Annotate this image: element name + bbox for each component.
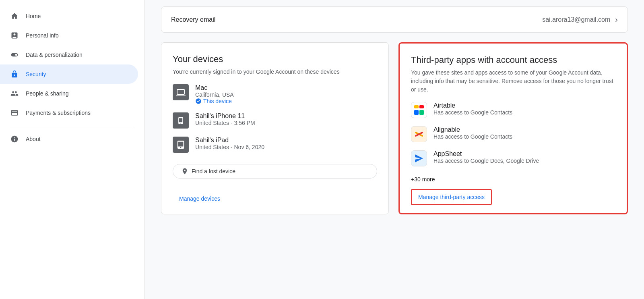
devices-card: Your devices You're currently signed in … <box>161 42 389 214</box>
third-party-card: Third-party apps with account access You… <box>398 42 628 214</box>
manage-devices-link[interactable]: Manage devices <box>173 191 227 206</box>
iphone-info: Sahil's iPhone 11 United States - 3:56 P… <box>195 112 255 126</box>
svg-rect-2 <box>414 110 419 115</box>
this-device-label: This device <box>203 98 232 104</box>
recovery-email-label: Recovery email <box>171 16 215 23</box>
iphone-detail: United States - 3:56 PM <box>195 120 255 126</box>
appsheet-access: Has access to Google Docs, Google Drive <box>433 158 539 164</box>
svg-marker-6 <box>415 154 423 162</box>
airtable-name: Airtable <box>433 102 512 109</box>
main-content: Recovery email sai.arora13@gmail.com › Y… <box>145 0 644 299</box>
alignable-access: Has access to Google Contacts <box>433 133 512 140</box>
cards-row: Your devices You're currently signed in … <box>161 42 628 214</box>
this-device-badge: This device <box>195 98 234 104</box>
third-party-card-footer: Manage third-party access <box>411 183 615 205</box>
lock-icon <box>10 69 19 79</box>
sidebar-item-personal-info[interactable]: Personal info <box>0 26 138 45</box>
sidebar-label-data: Data & personalization <box>26 52 83 58</box>
iphone-name: Sahil's iPhone 11 <box>195 112 255 120</box>
ipad-icon <box>173 137 189 153</box>
mac-info: Mac California, USA This device <box>195 84 234 104</box>
airtable-access: Has access to Google Contacts <box>433 109 512 116</box>
recovery-email-row[interactable]: Recovery email sai.arora13@gmail.com › <box>161 6 628 33</box>
sidebar-label-people: People & sharing <box>26 90 69 97</box>
device-mac: Mac California, USA This device <box>173 84 377 104</box>
recovery-email-value: sai.arora13@gmail.com <box>542 16 610 23</box>
sidebar-item-security[interactable]: Security <box>0 64 138 84</box>
more-count: +30 more <box>411 176 615 183</box>
sidebar-divider <box>10 126 135 126</box>
sidebar: Home Personal info Data & personalizatio… <box>0 0 145 299</box>
third-party-title: Third-party apps with account access <box>411 55 615 65</box>
recovery-email-right: sai.arora13@gmail.com › <box>542 15 618 24</box>
find-device-button[interactable]: Find a lost device <box>173 164 377 179</box>
app-alignable: Alignable Has access to Google Contacts <box>411 126 615 142</box>
sidebar-item-data-personalization[interactable]: Data & personalization <box>0 45 138 64</box>
svg-rect-1 <box>419 105 424 108</box>
airtable-info: Airtable Has access to Google Contacts <box>433 102 512 116</box>
alignable-icon <box>411 126 427 142</box>
appsheet-name: AppSheet <box>433 150 539 158</box>
mac-icon <box>173 84 189 100</box>
sidebar-label-personal-info: Personal info <box>26 32 59 39</box>
device-iphone: Sahil's iPhone 11 United States - 3:56 P… <box>173 112 377 129</box>
find-device-label: Find a lost device <box>192 168 235 174</box>
sidebar-label-home: Home <box>26 13 41 19</box>
manage-third-party-box: Manage third-party access <box>411 189 492 205</box>
toggle-icon <box>10 50 19 60</box>
sidebar-label-payments: Payments & subscriptions <box>26 110 91 116</box>
devices-card-subtitle: You're currently signed in to your Googl… <box>173 68 377 76</box>
sidebar-label-about: About <box>26 136 41 142</box>
chevron-right-icon: › <box>615 15 618 24</box>
third-party-subtitle: You gave these sites and apps access to … <box>411 69 615 94</box>
device-ipad: Sahil's iPad United States - Nov 6, 2020 <box>173 137 377 153</box>
people-icon <box>10 89 19 98</box>
devices-card-footer: Manage devices <box>173 185 377 206</box>
card-icon <box>10 108 19 118</box>
ipad-info: Sahil's iPad United States - Nov 6, 2020 <box>195 137 264 150</box>
home-icon <box>10 11 19 21</box>
sidebar-item-about[interactable]: About <box>0 129 138 149</box>
appsheet-info: AppSheet Has access to Google Docs, Goog… <box>433 150 539 164</box>
sidebar-item-home[interactable]: Home <box>0 6 138 26</box>
svg-rect-0 <box>414 105 419 108</box>
airtable-icon <box>411 102 427 118</box>
sidebar-item-people-sharing[interactable]: People & sharing <box>0 84 138 103</box>
app-airtable: Airtable Has access to Google Contacts <box>411 102 615 118</box>
mac-location: California, USA <box>195 91 234 98</box>
svg-rect-3 <box>419 110 424 115</box>
ipad-name: Sahil's iPad <box>195 137 264 144</box>
manage-third-party-link[interactable]: Manage third-party access <box>412 190 491 204</box>
sidebar-item-payments[interactable]: Payments & subscriptions <box>0 103 138 123</box>
person-icon <box>10 31 19 40</box>
devices-card-title: Your devices <box>173 54 377 64</box>
iphone-icon <box>173 112 189 129</box>
app-appsheet: AppSheet Has access to Google Docs, Goog… <box>411 150 615 166</box>
alignable-name: Alignable <box>433 126 512 133</box>
alignable-info: Alignable Has access to Google Contacts <box>433 126 512 140</box>
appsheet-icon <box>411 150 427 166</box>
sidebar-label-security: Security <box>26 71 46 77</box>
info-icon <box>10 134 19 144</box>
ipad-detail: United States - Nov 6, 2020 <box>195 144 264 150</box>
mac-name: Mac <box>195 84 234 91</box>
